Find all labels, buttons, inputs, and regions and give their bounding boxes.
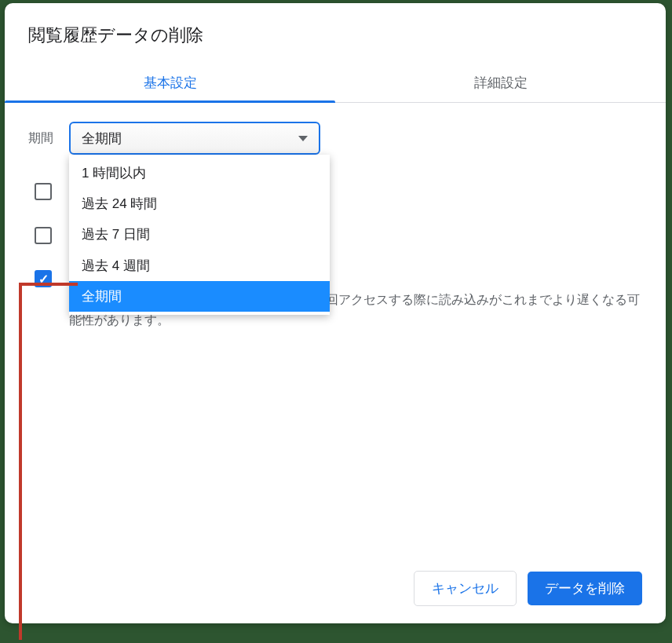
tab-bar: 基本設定 詳細設定 — [5, 63, 666, 103]
time-range-select[interactable]: 全期間 — [69, 122, 320, 155]
tab-basic[interactable]: 基本設定 — [5, 63, 335, 102]
checkbox-browsing-history[interactable] — [35, 183, 52, 200]
clear-browsing-data-dialog: 閲覧履歴データの削除 基本設定 詳細設定 期間 全期間 1 時間以内 過去 24… — [5, 3, 666, 623]
clear-data-button[interactable]: データを削除 — [528, 572, 642, 605]
time-option-7d[interactable]: 過去 7 日間 — [69, 219, 330, 250]
cancel-button[interactable]: キャンセル — [414, 571, 517, 606]
annotation-line-horizontal — [19, 283, 78, 286]
time-option-1h[interactable]: 1 時間以内 — [69, 158, 330, 188]
annotation-line-vertical — [19, 283, 22, 640]
time-option-all[interactable]: 全期間 — [69, 281, 330, 312]
chevron-down-icon — [298, 136, 308, 141]
dialog-footer: キャンセル データを削除 — [5, 557, 666, 623]
dialog-body: 期間 全期間 1 時間以内 過去 24 時間 過去 7 日間 過去 4 週間 全… — [5, 103, 666, 557]
time-option-4w[interactable]: 過去 4 週間 — [69, 250, 330, 281]
time-range-selected-value: 全期間 — [82, 130, 122, 148]
time-range-select-wrap: 全期間 1 時間以内 過去 24 時間 過去 7 日間 過去 4 週間 全期間 — [69, 122, 320, 155]
tab-advanced[interactable]: 詳細設定 — [335, 63, 666, 102]
time-option-24h[interactable]: 過去 24 時間 — [69, 188, 330, 219]
time-range-row: 期間 全期間 1 時間以内 過去 24 時間 過去 7 日間 過去 4 週間 全… — [28, 122, 642, 155]
time-range-label: 期間 — [28, 130, 53, 147]
dialog-title: 閲覧履歴データの削除 — [5, 3, 666, 63]
time-range-dropdown: 1 時間以内 過去 24 時間 過去 7 日間 過去 4 週間 全期間 — [69, 155, 330, 315]
checkbox-cookies[interactable] — [35, 227, 52, 244]
